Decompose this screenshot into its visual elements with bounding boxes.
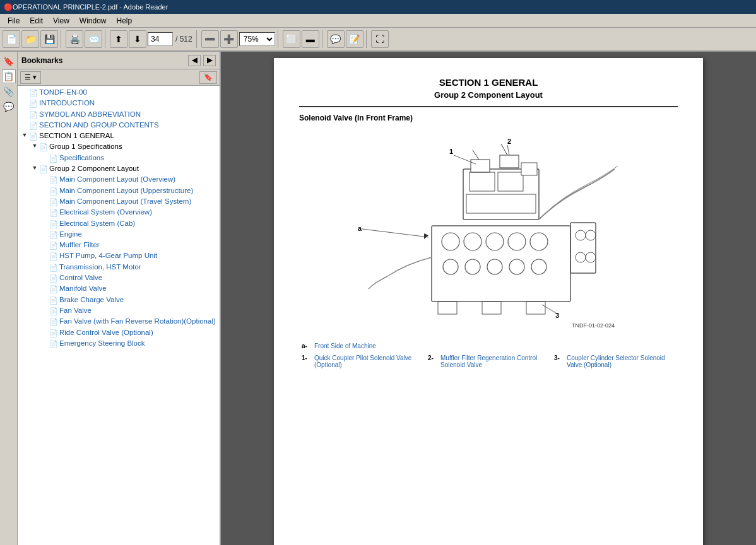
tree-item[interactable]: 📄Engine [18,229,220,240]
tree-item[interactable]: 📄Electrical System (Overview) [18,207,220,218]
bookmark-icon: 📄 [49,220,58,228]
tree-item[interactable]: 📄Main Component Layout (Travel System) [18,196,220,207]
bookmarks-title: Bookmarks [21,56,62,65]
fullscreen-button[interactable]: ⛶ [371,30,389,48]
bookmarks-header-icons: ◀ ▶ [188,55,216,66]
section-divider [299,106,678,107]
menu-edit[interactable]: Edit [25,15,48,26]
fit-page-button[interactable]: ⬜ [283,30,300,48]
collapse-button[interactable]: ◀ [188,55,201,66]
zoom-select[interactable]: 75% 100% 125% [239,32,275,46]
new-button[interactable]: 📄 [3,30,20,48]
sidebar-icon-pages[interactable]: 📋 [2,69,16,83]
tree-item[interactable]: 📄Emergency Steering Block [18,338,220,349]
tree-toggle[interactable]: ▼ [30,143,39,150]
sidebar-icon-attachments[interactable]: 📎 [2,85,16,98]
tree-item[interactable]: 📄SYMBOL AND ABBREVIATION [18,109,220,120]
bookmark-icon: 📄 [39,165,48,173]
bookmark-icon: 📄 [49,241,58,250]
tree-item[interactable]: 📄INTRODUCTION [18,98,220,108]
bookmark-icon: 📄 [49,296,58,305]
caption-row-a: a- Front Side of Machine [299,341,678,353]
open-button[interactable]: 📁 [21,30,39,48]
svg-text:2: 2 [507,138,511,145]
tree-toggle[interactable]: ▼ [20,132,29,139]
panel-wrapper: 🔖 📋 📎 💬 Bookmarks ◀ ▶ ☰ ▾ 🔖 [0,52,220,545]
svg-rect-7 [521,163,537,175]
bookmark-icon: 📄 [49,187,58,196]
sidebar-icon-bookmarks[interactable]: 🔖 [2,54,16,68]
tree-item[interactable]: 📄HST Pump, 4-Gear Pump Unit [18,250,220,261]
pdf-area[interactable]: SECTION 1 GENERAL Group 2 Component Layo… [221,52,756,545]
zoom-out-button[interactable]: ➖ [201,30,219,48]
bookmark-icon: 📄 [49,284,58,293]
tree-item[interactable]: 📄Ride Control Valve (Optional) [18,327,220,338]
menu-view[interactable]: View [48,15,74,26]
tree-item-label: Main Component Layout (Upperstructure) [59,186,220,196]
tree-item-label: Electrical System (Overview) [59,208,220,217]
diagram-container: 1 2 [299,131,678,335]
tree-item[interactable]: 📄Main Component Layout (Upperstructure) [18,185,220,196]
bookmark-page-button[interactable]: 🔖 [199,71,217,84]
fit-width-button[interactable]: ▬ [302,30,319,48]
email-button[interactable]: ✉️ [85,30,102,48]
caption-1-text: Quick Coupler Pilot Solenoid Valve (Opti… [312,353,425,370]
sidebar-icon-comments[interactable]: 💬 [2,100,16,114]
comment-button[interactable]: 💬 [327,30,345,48]
bookmark-icon: 📄 [39,143,48,151]
tree-item[interactable]: 📄Transmission, HST Motor [18,262,220,272]
content-title: Solenoid Valve (In Front Frame) [299,114,678,122]
diagram-code: TNDF-01-02-024 [572,322,615,329]
tree-item[interactable]: 📄Manifold Valve [18,283,220,294]
tree-item[interactable]: ▼📄SECTION 1 GENERAL [18,131,220,141]
caption-2-text: Muffler Filter Regeneration Control Sole… [438,353,552,370]
menu-help[interactable]: Help [112,15,138,26]
tree-item-label: Control Valve [59,273,220,283]
tree-item-label: TONDF-EN-00 [39,88,220,97]
bookmark-icon: 📄 [29,132,38,141]
menubar: File Edit View Window Help [0,14,756,28]
markup-button[interactable]: 📝 [346,30,363,48]
tree-toggle[interactable]: ▼ [30,165,39,172]
bookmark-icon: 📄 [49,154,58,163]
section-subtitle: Group 2 Component Layout [299,90,678,100]
tree-item-label: Group 1 Specifications [49,142,220,151]
page-number-input[interactable] [148,32,173,46]
print-button[interactable]: 🖨️ [66,30,83,48]
options-button[interactable]: ☰ ▾ [20,71,41,84]
bookmark-icon: 📄 [49,230,58,239]
menu-window[interactable]: Window [74,15,112,26]
bookmark-icon: 📄 [49,329,58,337]
next-page-button[interactable]: ⬇ [129,30,146,48]
tree-item[interactable]: 📄Brake Charge Valve [18,295,220,305]
caption-2-num: 2- [425,353,438,370]
prev-page-button[interactable]: ⬆ [110,30,127,48]
tree-item-label: Ride Control Valve (Optional) [59,328,220,337]
bookmark-icon: 📄 [29,110,38,119]
svg-rect-5 [471,160,490,172]
tree-item[interactable]: 📄TONDF-EN-00 [18,87,220,98]
tree-item[interactable]: ▼📄Group 2 Component Layout [18,163,220,174]
bookmarks-tree[interactable]: 📄TONDF-EN-00📄INTRODUCTION📄SYMBOL AND ABB… [18,86,220,545]
tree-item-label: Group 2 Component Layout [49,164,220,173]
zoom-in-button[interactable]: ➕ [220,30,238,48]
tree-item[interactable]: 📄Electrical System (Cab) [18,218,220,229]
tree-item[interactable]: 📄Control Valve [18,272,220,283]
tree-item-label: Main Component Layout (Overview) [59,175,220,184]
tree-item-label: Fan Valve (with Fan Reverse Rotation)(Op… [59,317,220,326]
tree-item[interactable]: 📄SECTION AND GROUP CONTENTS [18,120,220,131]
tree-item[interactable]: 📄Main Component Layout (Overview) [18,174,220,185]
title-text: OPERATIONAL PRINCIPLE-2.pdf - Adobe Read… [13,3,168,11]
bookmark-icon: 📄 [49,175,58,184]
svg-text:3: 3 [555,312,559,319]
save-button[interactable]: 💾 [40,30,58,48]
tree-item-label: Manifold Valve [59,284,220,293]
tree-item[interactable]: ▼📄Group 1 Specifications [18,141,220,152]
tree-item[interactable]: 📄Specifications [18,153,220,163]
tree-item[interactable]: 📄Muffler Filter [18,240,220,250]
menu-file[interactable]: File [3,15,25,26]
tree-item[interactable]: 📄Fan Valve [18,305,220,316]
tree-item[interactable]: 📄Fan Valve (with Fan Reverse Rotation)(O… [18,316,220,327]
tree-item-label: Brake Charge Valve [59,295,220,305]
expand-button[interactable]: ▶ [203,55,216,66]
